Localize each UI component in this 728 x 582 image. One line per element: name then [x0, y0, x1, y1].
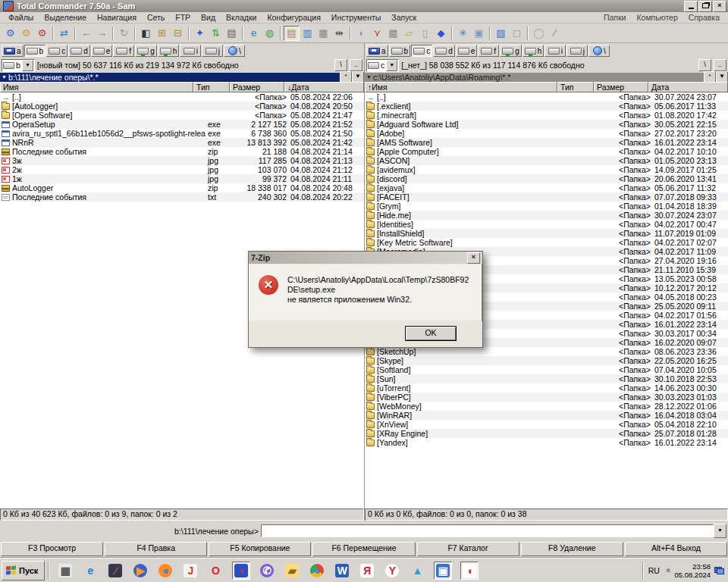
- pack-files-icon[interactable]: ⊞: [154, 26, 170, 41]
- ok-button[interactable]: OK: [405, 326, 457, 341]
- grid-view-icon[interactable]: ▦: [385, 26, 401, 41]
- minimize-button[interactable]: [684, 1, 698, 12]
- file-row[interactable]: [.minecraft]<Папка>01.08.2020 17:42: [365, 111, 728, 120]
- media-player-icon[interactable]: ▶: [132, 562, 149, 579]
- drive-button-a[interactable]: a: [366, 45, 388, 57]
- file-row[interactable]: [Skype]<Папка>22.05.2020 16:25: [365, 356, 728, 365]
- file-row[interactable]: AutoLoggerzip18 338 01704.08.2024 20:48: [0, 183, 364, 192]
- right-drive-combo-arrow[interactable]: ▼: [386, 60, 397, 71]
- briefcase-icon[interactable]: ▣: [471, 26, 487, 41]
- fkey-F6[interactable]: F6 Перемещение: [312, 542, 415, 556]
- keyboard-language-indicator[interactable]: RU: [645, 565, 663, 577]
- left-header-size[interactable]: Размер: [230, 82, 284, 92]
- file-row[interactable]: [InstallShield]<Папка>11.07.2019 01:09: [365, 229, 728, 238]
- left-updir-button[interactable]: ..: [350, 59, 362, 71]
- back-icon[interactable]: ←: [78, 26, 94, 41]
- folder-doc-icon[interactable]: ▱: [401, 26, 417, 41]
- java-icon[interactable]: J: [182, 562, 199, 579]
- file-row[interactable]: →[..]<Папка>30.07.2024 23:07: [365, 92, 728, 102]
- right-current-path[interactable]: ▼c:\Users\Anatoliy\AppData\Roaming\*.*: [365, 73, 704, 82]
- file-row[interactable]: Последние событияtxt240 30204.08.2024 20…: [0, 192, 364, 202]
- file-row[interactable]: →[..]<Папка>05.08.2024 22:06: [0, 92, 364, 102]
- opera-assistant-icon[interactable]: ◖: [460, 562, 479, 580]
- file-row[interactable]: [Key Metric Software]<Папка>04.02.2017 0…: [365, 238, 728, 247]
- right-header-date[interactable]: Дата: [648, 82, 728, 92]
- left-favorites-button[interactable]: *: [340, 71, 352, 83]
- left-history-button[interactable]: ▼: [352, 71, 364, 83]
- drive-button-i[interactable]: i: [544, 45, 566, 57]
- left-drive-combo[interactable]: b ▼: [2, 59, 35, 72]
- opera-icon[interactable]: O: [207, 562, 224, 579]
- drive-button-f[interactable]: f: [478, 45, 499, 57]
- menu-Вкладки[interactable]: Вкладки: [221, 13, 262, 22]
- image-viewer-icon[interactable]: ▨: [493, 26, 509, 41]
- file-row[interactable]: [FACEIT]<Папка>07.07.2018 09:33: [365, 192, 728, 202]
- file-row[interactable]: [SketchUp]<Папка>08.06.2023 23:36: [365, 347, 728, 356]
- menu-Сеть[interactable]: Сеть: [142, 13, 170, 22]
- right-history-button[interactable]: ▼: [716, 71, 728, 83]
- file-row[interactable]: OperaSetupexe2 127 15205.08.2024 21:52: [0, 120, 364, 129]
- drive-button-b[interactable]: b: [389, 45, 411, 57]
- file-row[interactable]: 3жjpg117 28504.08.2024 21:13: [0, 156, 364, 165]
- unpack-files-icon[interactable]: ⊟: [170, 26, 186, 41]
- left-drive-combo-arrow[interactable]: ▼: [22, 60, 33, 71]
- menu-Навигация[interactable]: Навигация: [92, 13, 142, 22]
- drive-button-b[interactable]: b: [24, 45, 46, 57]
- wizard-icon[interactable]: ✳: [455, 26, 471, 41]
- menu-FTP[interactable]: FTP: [170, 13, 196, 22]
- internet-explorer-icon[interactable]: e: [246, 26, 262, 41]
- right-header-size[interactable]: Размер: [594, 82, 648, 92]
- left-root-button[interactable]: \: [334, 59, 347, 71]
- total-commander-icon[interactable]: ▪: [232, 562, 250, 580]
- tray-clock[interactable]: 23:58 05.08.2024: [674, 562, 711, 579]
- right-header-name[interactable]: ↑Имя: [365, 82, 557, 92]
- drive-button-e[interactable]: e: [91, 45, 113, 57]
- contrast-icon[interactable]: ◧: [138, 26, 154, 41]
- split-combine-icon[interactable]: ⇹: [331, 26, 347, 41]
- file-row[interactable]: [Grym]<Папка>01.04.2018 18:39: [365, 202, 728, 211]
- menu-Выделение[interactable]: Выделение: [39, 13, 92, 22]
- file-row[interactable]: [Opera Software]<Папка>05.08.2024 21:47: [0, 111, 364, 120]
- file-row[interactable]: [AMS Software]<Папка>16.01.2022 23:14: [365, 138, 728, 147]
- file-row[interactable]: [ASCON]<Папка>01.05.2020 23:13: [365, 156, 728, 165]
- drive-button-g[interactable]: g: [500, 45, 522, 57]
- network-tray-icon[interactable]: [714, 567, 724, 574]
- options-gear-blue-icon[interactable]: ⚙: [2, 26, 18, 41]
- cd-drive-icon[interactable]: ◗: [353, 26, 369, 41]
- menu-Папки[interactable]: Папки: [598, 13, 632, 22]
- file-row[interactable]: [Softland]<Папка>07.04.2020 10:05: [365, 365, 728, 374]
- document-icon[interactable]: ▯: [417, 26, 433, 41]
- yandex-browser-icon[interactable]: Y: [384, 562, 400, 579]
- menu-Файлы[interactable]: Файлы: [3, 13, 39, 22]
- drive-button-j[interactable]: j: [566, 45, 588, 57]
- drive-button-h[interactable]: h: [522, 45, 544, 57]
- refresh-icon[interactable]: ⇄: [56, 26, 72, 41]
- cursor-select-icon[interactable]: ✦: [192, 26, 208, 41]
- file-row[interactable]: avira_ru_sptl1_66b11eb1056d2__pfsws-spot…: [0, 129, 364, 138]
- right-root-button[interactable]: \: [698, 59, 711, 71]
- brush-icon[interactable]: ∕: [547, 26, 563, 41]
- right-updir-button[interactable]: ..: [714, 59, 726, 71]
- printer-icon[interactable]: ◻: [509, 26, 525, 41]
- file-row[interactable]: [AutoLogger]<Папка>04.08.2024 20:50: [0, 102, 364, 111]
- stamp-icon[interactable]: ◆: [433, 26, 449, 41]
- file-row[interactable]: [ViberPC]<Папка>30.03.2023 01:03: [365, 393, 728, 402]
- right-header-type[interactable]: Тип: [557, 82, 594, 92]
- drive-button-web[interactable]: \: [224, 45, 245, 57]
- file-row[interactable]: [WebMoney]<Папка>28.12.2022 01:06: [365, 402, 728, 411]
- drive-button-a[interactable]: a: [2, 45, 24, 57]
- drive-button-web[interactable]: \: [588, 45, 610, 57]
- file-row[interactable]: [Yandex]<Папка>16.01.2022 23:14: [365, 438, 728, 447]
- drive-button-j[interactable]: j: [202, 45, 223, 57]
- dialog-titlebar[interactable]: 7-Zip ×: [249, 252, 482, 264]
- restore-button[interactable]: [698, 1, 712, 12]
- start-button[interactable]: Пуск: [2, 561, 45, 580]
- sync-disabled-icon[interactable]: ↻: [116, 26, 132, 41]
- left-header-type[interactable]: Тип: [193, 82, 230, 92]
- fkey-F8[interactable]: F8 Удаление: [521, 542, 623, 556]
- file-row[interactable]: [Adguard Software Ltd]<Папка>30.05.2021 …: [365, 120, 728, 129]
- sort-branch-icon[interactable]: ⇅: [208, 26, 224, 41]
- file-row[interactable]: [avidemux]<Папка>14.09.2017 01:25: [365, 165, 728, 174]
- calculator-icon[interactable]: ▦: [57, 562, 74, 579]
- viber-icon[interactable]: ✆: [259, 562, 275, 579]
